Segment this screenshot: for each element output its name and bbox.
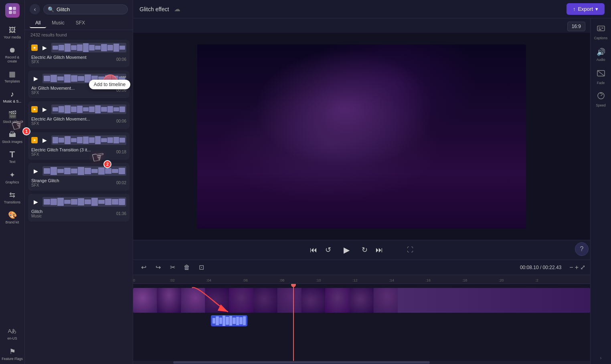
play-button[interactable]: ▶: [40, 136, 49, 145]
sfx-duration: 00:06: [116, 119, 126, 123]
playhead[interactable]: [293, 284, 294, 361]
zoom-in-button[interactable]: +: [575, 264, 579, 271]
sfx-type: SFX: [31, 90, 75, 95]
zoom-controls: − + ⤢: [569, 263, 585, 271]
fit-timeline-button[interactable]: ⤢: [580, 263, 585, 271]
search-input[interactable]: [57, 6, 123, 12]
ruler-mark: :02: [170, 275, 175, 282]
svg-rect-0: [9, 7, 12, 10]
play-button[interactable]: ▶: [40, 43, 49, 52]
ruler-mark: :20: [499, 275, 504, 282]
sidebar-item-your-media[interactable]: 🖼 Your media: [0, 22, 25, 42]
undo-button[interactable]: ↩: [138, 262, 149, 273]
speed-tool[interactable]: Speed: [591, 89, 611, 110]
text-icon: T: [8, 150, 17, 159]
search-header: ‹ 🔍: [25, 0, 133, 17]
export-chevron-icon: ▾: [595, 6, 598, 12]
sfx-list: ★ ▶ Electric Air Glitch Movement SFX 00:…: [25, 40, 133, 364]
ruler-marks: 0 :02 :04 :06 :08 :10 :12 :14 :16 :18 :2…: [133, 275, 590, 284]
sfx-name: Glitch: [31, 209, 42, 214]
sidebar-item-stock-images[interactable]: 🏔 Stock images: [0, 127, 25, 147]
captions-icon: [597, 24, 605, 35]
brand-kit-icon: 🎨: [8, 211, 17, 219]
play-button[interactable]: ▶: [31, 167, 40, 175]
timeline-toolbar: ↩ ↪ ✂ 🗑 ⊡ 00:08.10 / 00:22.43 − + ⤢: [133, 260, 590, 275]
sidebar-item-text[interactable]: T Text: [0, 147, 25, 167]
sidebar-item-record-create[interactable]: ⏺ Record &create: [0, 42, 25, 66]
sidebar-item-music-sfx[interactable]: ♪ Music & S...: [0, 86, 25, 107]
music-icon: ♪: [8, 90, 17, 99]
skip-forward-button[interactable]: ⏭: [376, 246, 383, 254]
zoom-out-button[interactable]: −: [569, 264, 573, 271]
fade-label: Fade: [597, 81, 605, 85]
sidebar-item-brand-kit[interactable]: 🎨 Brand kit: [0, 207, 25, 227]
ruler-mark: :2: [535, 275, 538, 282]
collapse-button[interactable]: ›: [600, 355, 602, 361]
list-item[interactable]: ★ ▶ Electric Air Glitch Movement... SFX …: [28, 101, 129, 129]
svg-line-10: [597, 70, 605, 76]
filter-tab-all[interactable]: All: [30, 18, 46, 28]
list-item[interactable]: ••• ▶ Air Glitch Movement... SFX: [28, 70, 129, 98]
lock-button[interactable]: ⊡: [196, 262, 207, 273]
list-item[interactable]: ▶ Glitch Music 01:36: [28, 194, 129, 221]
sidebar-item-language[interactable]: Aあ en-US: [0, 324, 25, 344]
redo-button[interactable]: ↪: [152, 262, 164, 273]
left-sidebar: 🖼 Your media ⏺ Record &create ▦ Template…: [0, 0, 25, 364]
cut-button[interactable]: ✂: [167, 262, 178, 273]
top-bar: Glitch effect ☁ ↑ Export ▾: [133, 0, 611, 18]
forward-5s-button[interactable]: ↻: [362, 245, 368, 254]
play-button[interactable]: ▶: [31, 197, 40, 206]
sidebar-item-stock-video[interactable]: 🎬 Stock vide...: [0, 107, 25, 127]
fullscreen-button[interactable]: ⛶: [407, 246, 413, 253]
sidebar-label-record-create: Record &create: [5, 56, 19, 63]
premium-badge: ★: [31, 44, 38, 51]
sfx-timeline-clip[interactable]: [211, 315, 247, 326]
media-icon: 🖼: [8, 26, 17, 34]
captions-tool[interactable]: Captions: [591, 22, 611, 42]
video-clip[interactable]: [133, 288, 590, 313]
sfx-type: SFX: [31, 60, 87, 64]
sfx-duration: 00:06: [116, 57, 126, 62]
search-icon: 🔍: [48, 6, 54, 12]
delete-button[interactable]: 🗑: [181, 262, 192, 273]
audio-tool[interactable]: 🔊 Audio: [591, 44, 611, 65]
back-button[interactable]: ‹: [30, 4, 40, 14]
sidebar-label-graphics: Graphics: [5, 181, 19, 184]
timeline-scrollbar[interactable]: [133, 361, 590, 364]
help-button[interactable]: ?: [575, 242, 589, 256]
play-pause-button[interactable]: ▶: [339, 243, 354, 257]
app-logo: [5, 3, 20, 18]
ruler-mark: :08: [279, 275, 285, 282]
timeline-time-display: 00:08.10 / 00:22.43: [520, 265, 561, 270]
export-button[interactable]: ↑ Export ▾: [566, 3, 605, 15]
sidebar-label-brand-kit: Brand kit: [6, 221, 19, 224]
export-label: Export: [578, 6, 593, 12]
play-button[interactable]: ▶: [40, 105, 49, 114]
sidebar-item-graphics[interactable]: ✦ Graphics: [0, 167, 25, 187]
sfx-type: SFX: [31, 183, 59, 187]
svg-rect-3: [13, 11, 16, 14]
speed-label: Speed: [596, 103, 606, 107]
rewind-5s-button[interactable]: ↺: [325, 245, 331, 254]
filter-tab-music[interactable]: Music: [46, 18, 70, 28]
ruler-mark: :12: [352, 275, 358, 282]
waveform: [42, 197, 126, 207]
waveform: [51, 135, 126, 145]
skip-back-button[interactable]: ⏮: [310, 246, 317, 254]
filter-tab-sfx[interactable]: SFX: [70, 18, 91, 28]
timeline-ruler: 0 :02 :04 :06 :08 :10 :12 :14 :16 :18 :2…: [133, 275, 590, 284]
sidebar-item-templates[interactable]: ▦ Templates: [0, 66, 25, 86]
list-item[interactable]: ★ ▶ Electric Glitch Transition (3 it... …: [28, 132, 129, 160]
play-button[interactable]: ▶: [31, 74, 40, 83]
sfx-name: Strange Glitch: [31, 178, 59, 183]
list-item[interactable]: ▶ Strange Glitch SFX 00:02: [28, 163, 129, 191]
fade-tool[interactable]: Fade: [591, 66, 611, 87]
list-item[interactable]: ★ ▶ Electric Air Glitch Movement SFX 00:…: [28, 40, 129, 67]
more-options-button[interactable]: •••: [120, 74, 126, 80]
audio-icon: 🔊: [597, 48, 605, 56]
aspect-ratio-button[interactable]: 16:9: [567, 22, 585, 31]
feature-flags-icon: ⚑: [8, 347, 17, 356]
sidebar-item-feature-flags[interactable]: ⚑ Feature Flags: [0, 344, 25, 364]
sidebar-item-transitions[interactable]: ⇆ Transitions: [0, 187, 25, 207]
scrollbar-thumb[interactable]: [173, 361, 430, 364]
